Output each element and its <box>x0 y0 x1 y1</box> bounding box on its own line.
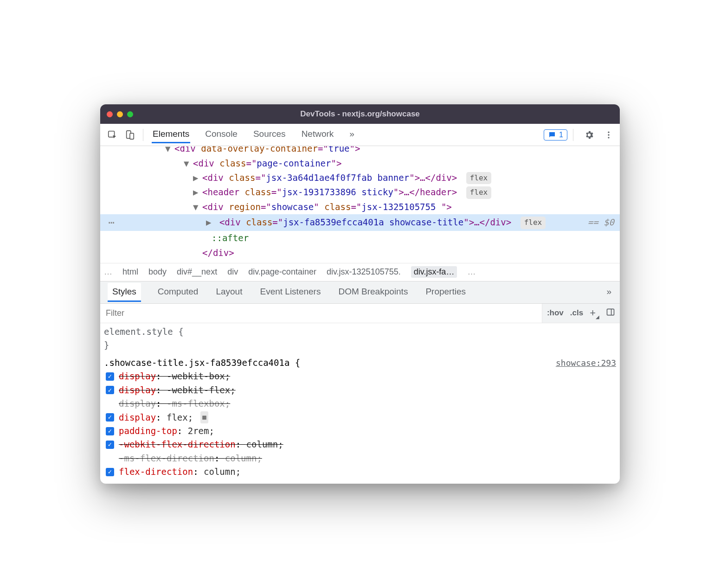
dom-node[interactable]: ▼ <div class="page-container"> <box>100 156 620 171</box>
computed-sidebar-toggle-icon[interactable] <box>606 307 615 319</box>
dom-breadcrumb: … html body div#__next div div.page-cont… <box>100 263 620 281</box>
main-toolbar: Elements Console Sources Network » 1 <box>100 124 620 146</box>
dom-node[interactable]: ▶ <header class="jsx-1931733896 sticky">… <box>100 185 620 199</box>
flex-badge[interactable]: flex <box>521 217 546 229</box>
devtools-window: DevTools - nextjs.org/showcase Elements … <box>100 104 620 484</box>
dom-close-tag[interactable]: </div> <box>100 246 620 260</box>
css-declaration[interactable]: display: -ms-flexbox; <box>104 397 616 410</box>
rule-selector[interactable]: .showcase-title.jsx-fa8539efcca401a { <box>104 356 300 370</box>
tab-elements[interactable]: Elements <box>152 126 190 143</box>
styles-filter-input[interactable] <box>100 308 542 318</box>
styles-filter-bar: :hov .cls +◢ <box>100 304 620 323</box>
declaration-toggle[interactable]: ✓ <box>106 413 114 422</box>
toolbar-divider <box>573 129 573 141</box>
toolbar-divider <box>143 129 143 141</box>
dom-node[interactable]: ▶ <div class="jsx-3a64d1ae4f0f7fab banne… <box>100 171 620 185</box>
styles-tabs-overflow-icon[interactable]: » <box>605 283 612 302</box>
tab-event-listeners[interactable]: Event Listeners <box>259 283 321 302</box>
rule-source-link[interactable]: showcase:293 <box>556 357 616 370</box>
tab-dom-breakpoints[interactable]: DOM Breakpoints <box>337 283 409 302</box>
dom-tree[interactable]: ▼ <div data-overlay-container="true"> ▼ … <box>100 146 620 263</box>
dom-node[interactable]: ▼ <div region="showcase" class="jsx-1325… <box>100 200 620 214</box>
settings-icon[interactable] <box>583 128 596 141</box>
dom-pseudo[interactable]: ::after <box>100 231 620 245</box>
styles-tabs: Styles Computed Layout Event Listeners D… <box>100 281 620 304</box>
inspect-element-icon[interactable] <box>105 128 120 142</box>
breadcrumb-item-active[interactable]: div.jsx-fa… <box>411 266 457 278</box>
tabs-overflow-icon[interactable]: » <box>348 126 355 143</box>
hov-toggle[interactable]: :hov <box>547 308 564 318</box>
flex-badge[interactable]: flex <box>466 172 492 184</box>
declaration-toggle[interactable]: ✓ <box>106 427 114 435</box>
main-tabs: Elements Console Sources Network » <box>149 126 541 143</box>
close-window-button[interactable] <box>107 111 113 117</box>
declaration-toggle[interactable]: ✓ <box>106 441 114 449</box>
dom-node[interactable]: ▼ <div data-overlay-container="true"> <box>100 146 620 156</box>
css-declaration[interactable]: ✓ flex-direction: column; <box>104 465 616 479</box>
breadcrumb-overflow[interactable]: … <box>104 267 112 277</box>
styles-rules: element.style { } .showcase-title.jsx-fa… <box>100 323 620 484</box>
tab-sources[interactable]: Sources <box>252 126 287 143</box>
svg-rect-2 <box>130 133 134 139</box>
traffic-lights <box>107 111 133 117</box>
declaration-toggle[interactable]: ✓ <box>106 372 114 381</box>
maximize-window-button[interactable] <box>127 111 133 117</box>
dollar-zero-label: == $0 <box>588 215 614 230</box>
tab-layout[interactable]: Layout <box>215 283 243 302</box>
css-declaration[interactable]: -ms-flex-direction: column; <box>104 452 616 465</box>
breadcrumb-item[interactable]: div <box>227 267 238 277</box>
tab-console[interactable]: Console <box>204 126 238 143</box>
tab-network[interactable]: Network <box>301 126 335 143</box>
css-declaration[interactable]: ✓ -webkit-flex-direction: column; <box>104 438 616 451</box>
svg-rect-6 <box>607 309 614 315</box>
titlebar: DevTools - nextjs.org/showcase <box>100 104 620 124</box>
ellipsis-icon[interactable]: ⋯ <box>100 214 122 231</box>
css-declaration[interactable]: ✓ display: -webkit-flex; <box>104 383 616 397</box>
window-title: DevTools - nextjs.org/showcase <box>100 109 620 119</box>
breadcrumb-item[interactable]: div.jsx-1325105755. <box>327 267 401 277</box>
tab-computed[interactable]: Computed <box>157 283 199 302</box>
flex-editor-icon[interactable]: ▦ <box>200 411 208 423</box>
device-toolbar-icon[interactable] <box>122 128 137 142</box>
css-declaration[interactable]: ✓ padding-top: 2rem; <box>104 424 616 438</box>
svg-point-3 <box>608 131 609 133</box>
styles-filter-tools: :hov .cls +◢ <box>542 304 620 323</box>
breadcrumb-item[interactable]: div.page-container <box>248 267 316 277</box>
svg-point-5 <box>608 137 609 138</box>
issues-count: 1 <box>559 131 563 139</box>
dom-node-selected[interactable]: ⋯ ▶ <div class="jsx-fa8539efcca401a show… <box>100 214 620 231</box>
more-menu-icon[interactable] <box>602 128 615 141</box>
issues-badge[interactable]: 1 <box>544 129 567 141</box>
element-style-close: } <box>104 339 616 352</box>
breadcrumb-item[interactable]: html <box>122 267 138 277</box>
declaration-toggle[interactable]: ✓ <box>106 468 114 476</box>
css-declaration[interactable]: ✓ display: flex; ▦ <box>104 411 616 424</box>
breadcrumb-overflow[interactable]: … <box>467 267 476 277</box>
declaration-toggle[interactable]: ✓ <box>106 386 114 394</box>
new-style-rule-icon[interactable]: +◢ <box>590 307 599 320</box>
minimize-window-button[interactable] <box>117 111 123 117</box>
breadcrumb-item[interactable]: div#__next <box>177 267 217 277</box>
breadcrumb-item[interactable]: body <box>148 267 167 277</box>
element-style-selector[interactable]: element.style { <box>104 325 616 339</box>
tab-properties[interactable]: Properties <box>424 283 467 302</box>
css-declaration[interactable]: ✓ display: -webkit-box; <box>104 370 616 383</box>
svg-point-4 <box>608 134 609 135</box>
flex-badge[interactable]: flex <box>466 186 492 198</box>
tab-styles[interactable]: Styles <box>108 283 141 302</box>
cls-toggle[interactable]: .cls <box>570 308 583 318</box>
rule-header: .showcase-title.jsx-fa8539efcca401a { sh… <box>104 356 616 370</box>
